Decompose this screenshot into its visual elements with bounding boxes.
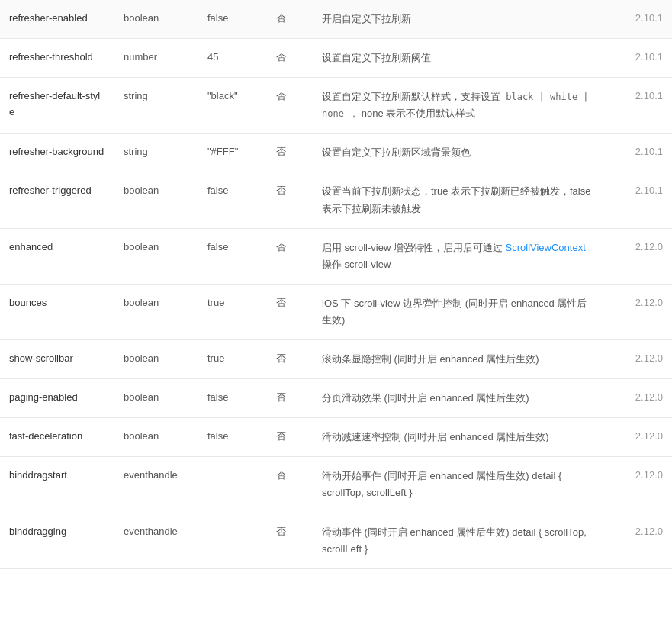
property-version: 2.12.0	[603, 457, 672, 513]
property-type: boolean	[114, 379, 198, 418]
property-type: boolean	[114, 228, 198, 284]
table-row: fast-decelerationbooleanfalse否滑动减速速率控制 (…	[0, 418, 672, 457]
table-row: paging-enabledbooleanfalse否分页滑动效果 (同时开启 …	[0, 379, 672, 418]
property-required: 否	[267, 340, 313, 379]
property-version: 2.12.0	[603, 513, 672, 568]
property-required: 否	[267, 379, 313, 418]
table-row: refresher-enabledbooleanfalse否开启自定义下拉刷新2…	[0, 0, 672, 39]
property-type: boolean	[114, 172, 198, 228]
property-type: boolean	[114, 418, 198, 457]
property-name: fast-deceleration	[0, 418, 114, 457]
property-default	[198, 457, 267, 513]
property-version: 2.12.0	[603, 228, 672, 284]
property-default: false	[198, 172, 267, 228]
table-row: enhancedbooleanfalse否启用 scroll-view 增强特性…	[0, 228, 672, 284]
property-description: 滑动开始事件 (同时开启 enhanced 属性后生效) detail { sc…	[313, 457, 603, 513]
property-version: 2.10.1	[603, 172, 672, 228]
table-row: binddragstarteventhandle否滑动开始事件 (同时开启 en…	[0, 457, 672, 513]
property-version: 2.12.0	[603, 379, 672, 418]
property-description: iOS 下 scroll-view 边界弹性控制 (同时开启 enhanced …	[313, 284, 603, 339]
api-table: refresher-enabledbooleanfalse否开启自定义下拉刷新2…	[0, 0, 672, 569]
property-type: eventhandle	[114, 457, 198, 513]
property-type: number	[114, 39, 198, 78]
property-required: 否	[267, 228, 313, 284]
property-required: 否	[267, 513, 313, 568]
property-name: refresher-enabled	[0, 0, 114, 39]
property-name: refresher-threshold	[0, 39, 114, 78]
property-description: 设置自定义下拉刷新区域背景颜色	[313, 134, 603, 172]
property-default: true	[198, 340, 267, 379]
property-required: 否	[267, 457, 313, 513]
property-name: refresher-background	[0, 134, 114, 172]
property-name: paging-enabled	[0, 379, 114, 418]
property-default: "black"	[198, 78, 267, 134]
property-default: false	[198, 0, 267, 39]
property-required: 否	[267, 284, 313, 339]
property-required: 否	[267, 418, 313, 457]
property-required: 否	[267, 39, 313, 78]
property-name: refresher-triggered	[0, 172, 114, 228]
property-default: false	[198, 228, 267, 284]
property-description: 滑动事件 (同时开启 enhanced 属性后生效) detail { scro…	[313, 513, 603, 568]
table-row: bouncesbooleantrue否iOS 下 scroll-view 边界弹…	[0, 284, 672, 339]
property-version: 2.12.0	[603, 418, 672, 457]
table-row: refresher-backgroundstring"#FFF"否设置自定义下拉…	[0, 134, 672, 172]
property-version: 2.10.1	[603, 39, 672, 78]
property-name: binddragging	[0, 513, 114, 568]
table-row: show-scrollbarbooleantrue否滚动条显隐控制 (同时开启 …	[0, 340, 672, 379]
property-description: 开启自定义下拉刷新	[313, 0, 603, 39]
property-default: "#FFF"	[198, 134, 267, 172]
property-type: eventhandle	[114, 513, 198, 568]
property-version: 2.12.0	[603, 340, 672, 379]
property-name: refresher-default-style	[0, 78, 114, 134]
property-default: false	[198, 379, 267, 418]
property-type: string	[114, 78, 198, 134]
property-version: 2.10.1	[603, 134, 672, 172]
property-version: 2.12.0	[603, 284, 672, 339]
property-type: boolean	[114, 0, 198, 39]
property-description: 设置自定义下拉刷新默认样式，支持设置 black | white | none …	[313, 78, 603, 134]
property-type: boolean	[114, 284, 198, 339]
property-name: bounces	[0, 284, 114, 339]
property-required: 否	[267, 172, 313, 228]
property-default: true	[198, 284, 267, 339]
property-default: 45	[198, 39, 267, 78]
property-type: string	[114, 134, 198, 172]
property-name: enhanced	[0, 228, 114, 284]
property-default: false	[198, 418, 267, 457]
table-row: refresher-default-stylestring"black"否设置自…	[0, 78, 672, 134]
property-version: 2.10.1	[603, 78, 672, 134]
property-required: 否	[267, 134, 313, 172]
property-name: binddragstart	[0, 457, 114, 513]
property-description: 设置当前下拉刷新状态，true 表示下拉刷新已经被触发，false 表示下拉刷新…	[313, 172, 603, 228]
property-description: 启用 scroll-view 增强特性，启用后可通过 ScrollViewCon…	[313, 228, 603, 284]
table-row: binddraggingeventhandle否滑动事件 (同时开启 enhan…	[0, 513, 672, 568]
property-type: boolean	[114, 340, 198, 379]
property-name: show-scrollbar	[0, 340, 114, 379]
table-row: refresher-thresholdnumber45否设置自定义下拉刷新阈值2…	[0, 39, 672, 78]
property-description: 设置自定义下拉刷新阈值	[313, 39, 603, 78]
property-description: 滚动条显隐控制 (同时开启 enhanced 属性后生效)	[313, 340, 603, 379]
property-required: 否	[267, 78, 313, 134]
property-required: 否	[267, 0, 313, 39]
property-description: 分页滑动效果 (同时开启 enhanced 属性后生效)	[313, 379, 603, 418]
property-default	[198, 513, 267, 568]
property-version: 2.10.1	[603, 0, 672, 39]
property-description: 滑动减速速率控制 (同时开启 enhanced 属性后生效)	[313, 418, 603, 457]
table-row: refresher-triggeredbooleanfalse否设置当前下拉刷新…	[0, 172, 672, 228]
